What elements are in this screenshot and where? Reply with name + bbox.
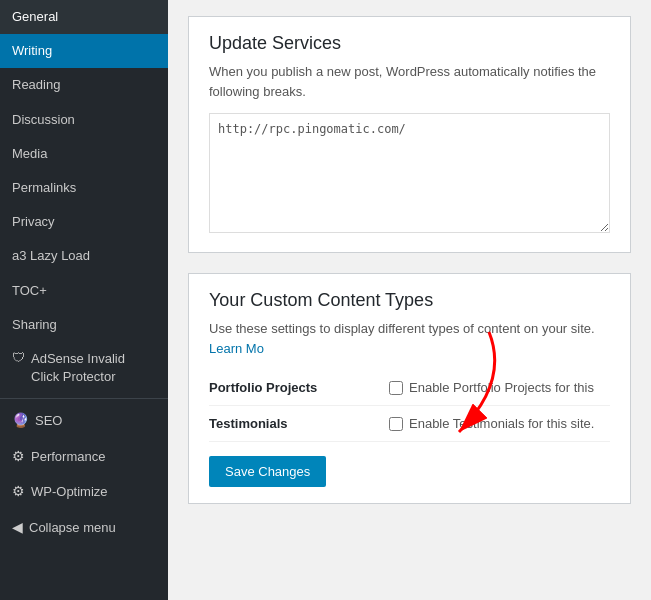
sidebar-item-label: WP-Optimize: [31, 483, 108, 501]
update-services-title: Update Services: [209, 33, 610, 54]
sidebar-item-label: Reading: [12, 76, 60, 94]
sidebar-item-performance[interactable]: ⚙ Performance: [0, 439, 168, 475]
testimonials-row: Testimonials Enable Testimonials for thi…: [209, 406, 610, 442]
portfolio-projects-enable: Enable Portfolio Projects for this: [389, 380, 594, 395]
testimonials-enable: Enable Testimonials for this site.: [389, 416, 594, 431]
custom-content-title: Your Custom Content Types: [209, 290, 610, 311]
sidebar-item-label: General: [12, 8, 58, 26]
sidebar-item-label: Privacy: [12, 213, 55, 231]
sidebar-divider: [0, 398, 168, 399]
sidebar-item-label: Writing: [12, 42, 52, 60]
sidebar-item-reading[interactable]: Reading: [0, 68, 168, 102]
sidebar: General Writing Reading Discussion Media…: [0, 0, 168, 600]
sidebar-item-writing[interactable]: Writing: [0, 34, 168, 68]
update-services-textarea[interactable]: http://rpc.pingomatic.com/: [209, 113, 610, 233]
main-content: Update Services When you publish a new p…: [168, 0, 651, 600]
performance-icon: ⚙: [12, 447, 25, 467]
portfolio-projects-checkbox-label: Enable Portfolio Projects for this: [409, 380, 594, 395]
portfolio-projects-label: Portfolio Projects: [209, 380, 369, 395]
sidebar-item-label: Sharing: [12, 316, 57, 334]
portfolio-projects-row: Portfolio Projects Enable Portfolio Proj…: [209, 370, 610, 406]
update-services-section: Update Services When you publish a new p…: [188, 16, 631, 253]
testimonials-label: Testimonials: [209, 416, 369, 431]
sidebar-item-label: Permalinks: [12, 179, 76, 197]
sidebar-item-a3lazyload[interactable]: a3 Lazy Load: [0, 239, 168, 273]
testimonials-checkbox-label: Enable Testimonials for this site.: [409, 416, 594, 431]
sidebar-item-privacy[interactable]: Privacy: [0, 205, 168, 239]
sidebar-item-tocplus[interactable]: TOC+: [0, 274, 168, 308]
learn-more-link[interactable]: Learn Mo: [209, 341, 264, 356]
seo-icon: 🔮: [12, 411, 29, 431]
custom-content-description: Use these settings to display different …: [209, 319, 610, 358]
portfolio-projects-checkbox[interactable]: [389, 381, 403, 395]
sidebar-item-label: SEO: [35, 412, 62, 430]
collapse-icon: ◀: [12, 518, 23, 538]
sidebar-item-label: Collapse menu: [29, 519, 116, 537]
sidebar-item-permalinks[interactable]: Permalinks: [0, 171, 168, 205]
sidebar-item-discussion[interactable]: Discussion: [0, 103, 168, 137]
sidebar-item-seo[interactable]: 🔮 SEO: [0, 403, 168, 439]
sidebar-item-label: AdSense Invalid Click Protector: [31, 350, 156, 386]
sidebar-item-collapse[interactable]: ◀ Collapse menu: [0, 510, 168, 546]
sidebar-item-sharing[interactable]: Sharing: [0, 308, 168, 342]
update-services-description: When you publish a new post, WordPress a…: [209, 62, 610, 101]
save-changes-button[interactable]: Save Changes: [209, 456, 326, 487]
sidebar-item-label: TOC+: [12, 282, 47, 300]
custom-content-section: Your Custom Content Types Use these sett…: [188, 273, 631, 504]
shield-icon: 🛡: [12, 350, 25, 365]
sidebar-item-label: a3 Lazy Load: [12, 247, 90, 265]
sidebar-item-label: Media: [12, 145, 47, 163]
sidebar-item-wpoptimize[interactable]: ⚙ WP-Optimize: [0, 474, 168, 510]
sidebar-item-label: Performance: [31, 448, 105, 466]
sidebar-item-adsense[interactable]: 🛡 AdSense Invalid Click Protector: [0, 342, 168, 394]
testimonials-checkbox[interactable]: [389, 417, 403, 431]
sidebar-item-media[interactable]: Media: [0, 137, 168, 171]
sidebar-item-general[interactable]: General: [0, 0, 168, 34]
wpoptimize-icon: ⚙: [12, 482, 25, 502]
sidebar-item-label: Discussion: [12, 111, 75, 129]
